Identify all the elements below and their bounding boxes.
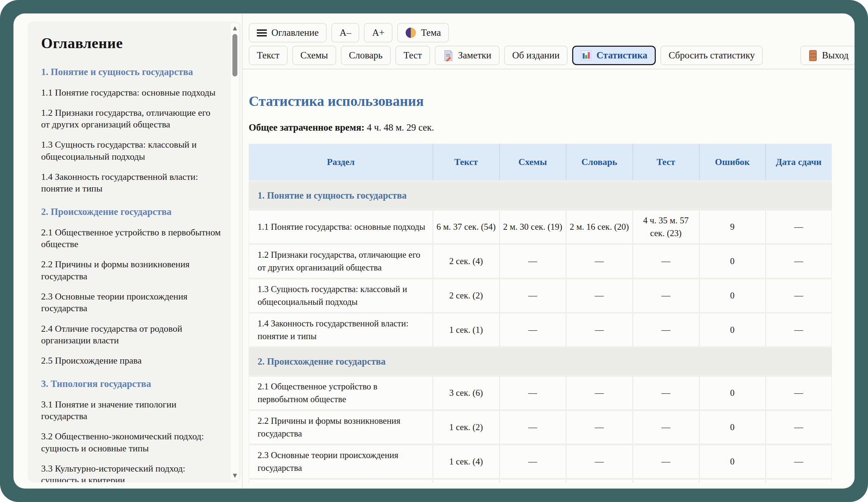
table-cell: —	[500, 313, 566, 347]
schemes-button[interactable]: Схемы	[292, 46, 336, 65]
theme-button-label: Тема	[421, 27, 441, 38]
font-increase-button[interactable]: A+	[364, 23, 393, 42]
toc-chapter[interactable]: 1. Понятие и сущность государства	[41, 66, 221, 78]
table-section-row: 2. Происхождение государства	[249, 347, 832, 376]
theme-button[interactable]: Тема	[397, 23, 449, 42]
test-button-label: Тест	[404, 50, 422, 61]
toc-item[interactable]: 2.3 Основные теории происхождения госуда…	[41, 291, 221, 314]
table-row: 1.1 Понятие государства: основные подход…	[249, 210, 832, 244]
toc-item[interactable]: 3.1 Понятие и значение типологии государ…	[41, 399, 221, 422]
table-cell: 2 сек. (4)	[433, 244, 500, 279]
toc-scrollbar[interactable]: ▲ ▼	[231, 23, 239, 480]
table-cell: —	[633, 244, 699, 279]
statistics-table: РазделТекстСхемыСловарьТестОшибокДата сд…	[249, 144, 832, 483]
table-cell: 2.3 Основные теории происхождения госуда…	[249, 445, 433, 479]
statistics-button[interactable]: Статистика	[572, 46, 656, 65]
table-cell	[633, 479, 699, 483]
font-decrease-button-label: A–	[339, 27, 351, 38]
table-cell: —	[633, 445, 699, 479]
table-cell: 0	[699, 244, 766, 279]
table-cell: 2 сек. (2)	[433, 279, 500, 313]
table-cell: —	[766, 313, 832, 347]
table-header-cell: Схемы	[500, 144, 566, 181]
table-section-label: 2. Происхождение государства	[249, 347, 832, 376]
table-cell: —	[633, 313, 699, 347]
table-cell: 6 м. 37 сек. (54)	[433, 210, 500, 244]
toc-chapter[interactable]: 2. Происхождение государства	[41, 206, 221, 218]
table-cell: —	[633, 376, 699, 410]
notes-button[interactable]: Заметки	[435, 46, 500, 65]
table-cell: 9	[699, 210, 766, 244]
toc-item[interactable]: 2.2 Причины и формы возникновения госуда…	[41, 258, 221, 282]
table-row: 2.1 Общественное устройство в первобытно…	[249, 376, 832, 410]
table-cell: —	[633, 410, 699, 445]
test-button[interactable]: Тест	[395, 46, 430, 65]
total-time-value: 4 ч. 48 м. 29 сек.	[367, 122, 434, 133]
table-cell: 0	[699, 410, 766, 445]
table-header-cell: Тест	[633, 144, 699, 181]
table-cell: 1.4 Законность государственной власти: п…	[249, 313, 433, 347]
table-cell	[500, 479, 566, 483]
toc-button[interactable]: Оглавление	[249, 23, 327, 42]
text-button[interactable]: Текст	[249, 46, 288, 65]
table-cell	[699, 479, 766, 483]
scroll-up-arrow[interactable]: ▲	[231, 24, 239, 32]
dictionary-button[interactable]: Словарь	[341, 46, 391, 65]
statistics-button-label: Статистика	[596, 50, 647, 61]
reset-statistics-button[interactable]: Сбросить статистику	[660, 46, 763, 65]
table-cell: —	[766, 210, 832, 244]
notes-icon	[443, 50, 453, 61]
exit-button-label: Выход	[822, 50, 849, 61]
about-button[interactable]: Об издании	[504, 46, 568, 65]
toc-item[interactable]: 2.5 Происхождение права	[41, 355, 221, 366]
theme-icon	[405, 27, 416, 38]
toc-item[interactable]: 1.2 Признаки государства, отличающие его…	[41, 107, 221, 131]
text-button-label: Текст	[257, 50, 280, 61]
table-row: 1.4 Законность государственной власти: п…	[249, 313, 832, 347]
font-decrease-button[interactable]: A–	[331, 23, 359, 42]
table-cell: 1 сек. (4)	[433, 445, 500, 479]
table-header-cell: Ошибок	[699, 144, 766, 181]
page-title: Статистика использования	[249, 93, 855, 109]
dictionary-button-label: Словарь	[349, 50, 383, 61]
toc-item[interactable]: 1.3 Сущность государства: классовый и об…	[41, 139, 221, 162]
table-section-row: 1. Понятие и сущность государства	[249, 181, 832, 210]
table-cell: —	[500, 445, 566, 479]
table-cell: —	[566, 445, 633, 479]
toc-button-label: Оглавление	[271, 27, 319, 38]
toc-title: Оглавление	[41, 35, 221, 52]
table-cell: 2 м. 16 сек. (20)	[566, 210, 633, 244]
table-cell: 2 м. 30 сек. (19)	[500, 210, 566, 244]
table-row: 2.2 Причины и формы возникновения госуда…	[249, 410, 832, 445]
app-background: Оглавление 1. Понятие и сущность государ…	[0, 0, 868, 502]
toolbar-row-1: ОглавлениеA–A+Тема	[249, 23, 855, 42]
table-cell: —	[766, 279, 832, 313]
table-cell: 0	[699, 313, 766, 347]
scroll-thumb[interactable]	[232, 34, 237, 76]
table-cell: 1.2 Признаки государства, отличающие его…	[249, 244, 433, 279]
exit-button[interactable]: Выход	[800, 46, 855, 65]
toc-chapter[interactable]: 3. Типология государства	[41, 378, 221, 390]
table-cell: —	[500, 279, 566, 313]
toc-item[interactable]: 3.2 Общественно-экономический подход: су…	[41, 430, 221, 454]
table-row: 1.2 Признаки государства, отличающие его…	[249, 244, 832, 279]
table-cell: —	[566, 313, 633, 347]
table-cell: 0	[699, 279, 766, 313]
table-cell: 1 сек. (1)	[433, 313, 500, 347]
app-window: Оглавление 1. Понятие и сущность государ…	[13, 13, 855, 489]
stats-icon	[581, 50, 592, 61]
table-cell: 0	[699, 445, 766, 479]
table-cell: —	[766, 376, 832, 410]
table-cell: 2.4 Отличие государства от родовой орган…	[249, 479, 433, 483]
table-cell: —	[766, 244, 832, 279]
table-header-cell: Дата сдачи	[766, 144, 832, 181]
toc-item[interactable]: 1.4 Законность государственной власти: п…	[41, 171, 221, 195]
toc-item[interactable]: 3.3 Культурно-исторический подход: сущно…	[41, 463, 221, 482]
schemes-button-label: Схемы	[300, 50, 328, 61]
toc-item[interactable]: 2.1 Общественное устройство в первобытно…	[41, 227, 221, 250]
scroll-down-arrow[interactable]: ▼	[231, 472, 239, 479]
toc-item[interactable]: 1.1 Понятие государства: основные подход…	[41, 87, 221, 98]
font-increase-button-label: A+	[372, 27, 384, 38]
toc-item[interactable]: 2.4 Отличие государства от родовой орган…	[41, 323, 221, 347]
statistics-content: Статистика использования Общее затраченн…	[249, 69, 855, 483]
